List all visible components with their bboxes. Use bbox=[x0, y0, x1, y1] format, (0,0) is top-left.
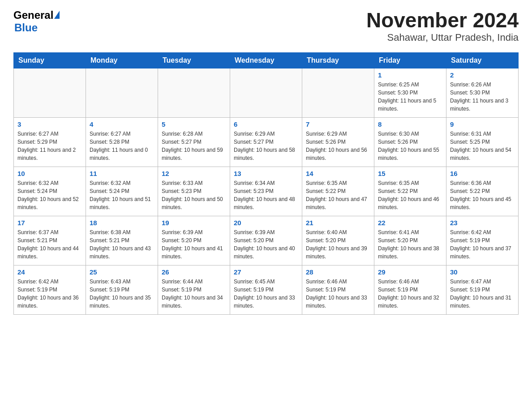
calendar-day-header: Saturday bbox=[446, 52, 519, 68]
calendar-cell: 1Sunrise: 6:25 AMSunset: 5:30 PMDaylight… bbox=[374, 68, 446, 117]
day-number: 3 bbox=[17, 120, 82, 128]
logo: General Blue bbox=[13, 9, 60, 34]
day-info: Sunrise: 6:33 AMSunset: 5:23 PMDaylight:… bbox=[162, 179, 226, 211]
day-number: 23 bbox=[450, 219, 515, 227]
day-number: 17 bbox=[17, 219, 82, 227]
title-block: November 2024 Sahawar, Uttar Pradesh, In… bbox=[366, 9, 519, 43]
calendar-day-header: Tuesday bbox=[158, 52, 230, 68]
calendar-cell: 2Sunrise: 6:26 AMSunset: 5:30 PMDaylight… bbox=[446, 68, 519, 117]
day-number: 2 bbox=[450, 71, 515, 79]
logo-blue-text: Blue bbox=[14, 21, 38, 34]
calendar-week-row: 24Sunrise: 6:42 AMSunset: 5:19 PMDayligh… bbox=[14, 265, 519, 314]
day-info: Sunrise: 6:43 AMSunset: 5:19 PMDaylight:… bbox=[90, 278, 154, 310]
day-number: 19 bbox=[162, 219, 226, 227]
calendar-cell: 5Sunrise: 6:28 AMSunset: 5:27 PMDaylight… bbox=[158, 117, 230, 167]
calendar-week-row: 1Sunrise: 6:25 AMSunset: 5:30 PMDaylight… bbox=[14, 68, 519, 117]
day-number: 9 bbox=[450, 120, 515, 128]
calendar-cell: 28Sunrise: 6:46 AMSunset: 5:19 PMDayligh… bbox=[302, 265, 374, 314]
day-info: Sunrise: 6:32 AMSunset: 5:24 PMDaylight:… bbox=[90, 179, 154, 211]
day-info: Sunrise: 6:27 AMSunset: 5:29 PMDaylight:… bbox=[17, 130, 82, 162]
day-info: Sunrise: 6:34 AMSunset: 5:23 PMDaylight:… bbox=[234, 179, 298, 211]
day-number: 12 bbox=[162, 170, 226, 177]
day-info: Sunrise: 6:47 AMSunset: 5:19 PMDaylight:… bbox=[450, 278, 515, 310]
calendar-cell: 4Sunrise: 6:27 AMSunset: 5:28 PMDaylight… bbox=[86, 117, 158, 167]
calendar-week-row: 10Sunrise: 6:32 AMSunset: 5:24 PMDayligh… bbox=[14, 167, 519, 216]
day-info: Sunrise: 6:35 AMSunset: 5:22 PMDaylight:… bbox=[306, 179, 370, 211]
calendar-cell: 14Sunrise: 6:35 AMSunset: 5:22 PMDayligh… bbox=[302, 167, 374, 216]
day-info: Sunrise: 6:25 AMSunset: 5:30 PMDaylight:… bbox=[378, 81, 442, 113]
calendar-table: SundayMondayTuesdayWednesdayThursdayFrid… bbox=[13, 52, 519, 315]
day-number: 15 bbox=[378, 170, 442, 177]
calendar-cell bbox=[86, 68, 158, 117]
day-info: Sunrise: 6:44 AMSunset: 5:19 PMDaylight:… bbox=[162, 278, 226, 310]
calendar-cell: 25Sunrise: 6:43 AMSunset: 5:19 PMDayligh… bbox=[86, 265, 158, 314]
calendar-cell: 13Sunrise: 6:34 AMSunset: 5:23 PMDayligh… bbox=[230, 167, 302, 216]
page-header: General Blue November 2024 Sahawar, Utta… bbox=[13, 9, 519, 43]
calendar-cell: 8Sunrise: 6:30 AMSunset: 5:26 PMDaylight… bbox=[374, 117, 446, 167]
calendar-cell: 23Sunrise: 6:42 AMSunset: 5:19 PMDayligh… bbox=[446, 216, 519, 265]
calendar-cell: 22Sunrise: 6:41 AMSunset: 5:20 PMDayligh… bbox=[374, 216, 446, 265]
calendar-cell bbox=[158, 68, 230, 117]
calendar-cell bbox=[230, 68, 302, 117]
day-info: Sunrise: 6:27 AMSunset: 5:28 PMDaylight:… bbox=[90, 130, 154, 162]
logo-general-text: General bbox=[13, 9, 53, 21]
day-number: 1 bbox=[378, 71, 442, 79]
calendar-day-header: Thursday bbox=[302, 52, 374, 68]
day-info: Sunrise: 6:40 AMSunset: 5:20 PMDaylight:… bbox=[306, 228, 370, 261]
calendar-cell: 7Sunrise: 6:29 AMSunset: 5:26 PMDaylight… bbox=[302, 117, 374, 167]
calendar-cell: 10Sunrise: 6:32 AMSunset: 5:24 PMDayligh… bbox=[14, 167, 86, 216]
day-info: Sunrise: 6:28 AMSunset: 5:27 PMDaylight:… bbox=[162, 130, 226, 162]
day-info: Sunrise: 6:45 AMSunset: 5:19 PMDaylight:… bbox=[234, 278, 298, 310]
day-number: 22 bbox=[378, 219, 442, 227]
calendar-cell: 18Sunrise: 6:38 AMSunset: 5:21 PMDayligh… bbox=[86, 216, 158, 265]
day-info: Sunrise: 6:37 AMSunset: 5:21 PMDaylight:… bbox=[17, 228, 82, 261]
calendar-day-header: Wednesday bbox=[230, 52, 302, 68]
day-number: 16 bbox=[450, 170, 515, 177]
day-info: Sunrise: 6:39 AMSunset: 5:20 PMDaylight:… bbox=[234, 228, 298, 261]
calendar-cell: 27Sunrise: 6:45 AMSunset: 5:19 PMDayligh… bbox=[230, 265, 302, 314]
calendar-day-header: Sunday bbox=[14, 52, 86, 68]
day-info: Sunrise: 6:42 AMSunset: 5:19 PMDaylight:… bbox=[450, 228, 515, 261]
calendar-week-row: 17Sunrise: 6:37 AMSunset: 5:21 PMDayligh… bbox=[14, 216, 519, 265]
calendar-cell: 29Sunrise: 6:46 AMSunset: 5:19 PMDayligh… bbox=[374, 265, 446, 314]
day-number: 28 bbox=[306, 268, 370, 276]
day-number: 6 bbox=[234, 120, 298, 128]
calendar-cell bbox=[302, 68, 374, 117]
day-info: Sunrise: 6:35 AMSunset: 5:22 PMDaylight:… bbox=[378, 179, 442, 211]
day-number: 26 bbox=[162, 268, 226, 276]
day-info: Sunrise: 6:38 AMSunset: 5:21 PMDaylight:… bbox=[90, 228, 154, 261]
day-info: Sunrise: 6:26 AMSunset: 5:30 PMDaylight:… bbox=[450, 81, 515, 113]
day-info: Sunrise: 6:46 AMSunset: 5:19 PMDaylight:… bbox=[306, 278, 370, 310]
calendar-cell: 21Sunrise: 6:40 AMSunset: 5:20 PMDayligh… bbox=[302, 216, 374, 265]
day-number: 4 bbox=[90, 120, 154, 128]
day-number: 10 bbox=[17, 170, 82, 177]
calendar-cell: 26Sunrise: 6:44 AMSunset: 5:19 PMDayligh… bbox=[158, 265, 230, 314]
day-number: 7 bbox=[306, 120, 370, 128]
calendar-cell: 15Sunrise: 6:35 AMSunset: 5:22 PMDayligh… bbox=[374, 167, 446, 216]
day-number: 21 bbox=[306, 219, 370, 227]
day-info: Sunrise: 6:29 AMSunset: 5:27 PMDaylight:… bbox=[234, 130, 298, 162]
day-number: 20 bbox=[234, 219, 298, 227]
day-info: Sunrise: 6:31 AMSunset: 5:25 PMDaylight:… bbox=[450, 130, 515, 162]
calendar-cell: 9Sunrise: 6:31 AMSunset: 5:25 PMDaylight… bbox=[446, 117, 519, 167]
day-info: Sunrise: 6:46 AMSunset: 5:19 PMDaylight:… bbox=[378, 278, 442, 310]
day-number: 27 bbox=[234, 268, 298, 276]
calendar-cell: 3Sunrise: 6:27 AMSunset: 5:29 PMDaylight… bbox=[14, 117, 86, 167]
day-number: 8 bbox=[378, 120, 442, 128]
day-info: Sunrise: 6:42 AMSunset: 5:19 PMDaylight:… bbox=[17, 278, 82, 310]
calendar-cell: 30Sunrise: 6:47 AMSunset: 5:19 PMDayligh… bbox=[446, 265, 519, 314]
day-number: 18 bbox=[90, 219, 154, 227]
calendar-day-header: Monday bbox=[86, 52, 158, 68]
day-number: 29 bbox=[378, 268, 442, 276]
calendar-cell: 12Sunrise: 6:33 AMSunset: 5:23 PMDayligh… bbox=[158, 167, 230, 216]
calendar-cell: 6Sunrise: 6:29 AMSunset: 5:27 PMDaylight… bbox=[230, 117, 302, 167]
day-info: Sunrise: 6:32 AMSunset: 5:24 PMDaylight:… bbox=[17, 179, 82, 211]
page-subtitle: Sahawar, Uttar Pradesh, India bbox=[366, 32, 519, 43]
day-number: 14 bbox=[306, 170, 370, 177]
calendar-cell: 17Sunrise: 6:37 AMSunset: 5:21 PMDayligh… bbox=[14, 216, 86, 265]
calendar-cell: 20Sunrise: 6:39 AMSunset: 5:20 PMDayligh… bbox=[230, 216, 302, 265]
day-number: 25 bbox=[90, 268, 154, 276]
day-number: 24 bbox=[17, 268, 82, 276]
calendar-cell bbox=[14, 68, 86, 117]
day-number: 13 bbox=[234, 170, 298, 177]
